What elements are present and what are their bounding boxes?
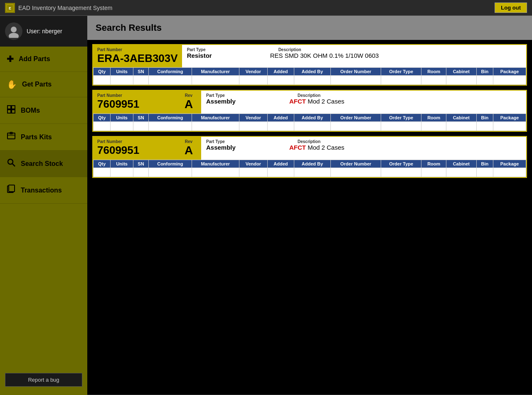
col-order-number: Order Number xyxy=(331,68,381,76)
col-sn: SN xyxy=(133,68,148,76)
col-cabinet: Cabinet xyxy=(446,114,477,122)
part-number-label-3: Part Number xyxy=(97,139,172,144)
avatar xyxy=(5,22,22,40)
result-card-2: Part Number 7609951 Rev A Part Type Asse… xyxy=(92,90,527,132)
col-order-number: Order Number xyxy=(331,160,381,168)
col-added-by: Added By xyxy=(294,160,330,168)
part-number-value-3: 7609951 xyxy=(97,144,172,157)
svg-rect-6 xyxy=(7,110,11,113)
sidebar-item-parts-kits-label: Parts Kits xyxy=(21,133,52,141)
col-added-by: Added By xyxy=(294,68,330,76)
title-bar: E EAD Inventory Management System Log ou… xyxy=(0,0,532,16)
col-added: Added xyxy=(268,68,294,76)
app-icon: E xyxy=(5,3,15,13)
rev-block-2: Rev A xyxy=(176,91,201,114)
sidebar: User: nberger ✚ Add Parts ✋ Get Parts BO… xyxy=(0,16,87,395)
col-bin: Bin xyxy=(476,114,493,122)
svg-rect-5 xyxy=(12,106,15,109)
col-qty: Qty xyxy=(94,68,111,76)
col-order-type: Order Type xyxy=(381,114,421,122)
sidebar-item-boms[interactable]: BOMs xyxy=(0,97,87,124)
search-icon xyxy=(7,158,16,169)
col-vendor: Vendor xyxy=(239,114,267,122)
col-vendor: Vendor xyxy=(239,160,267,168)
desc-section-1: Description RES SMD 30K OHM 0.1% 1/10W 0… xyxy=(270,47,521,59)
table-row xyxy=(94,168,526,177)
sidebar-item-get-parts[interactable]: ✋ Get Parts xyxy=(0,72,87,97)
app-title: EAD Inventory Management System xyxy=(18,5,112,11)
card-header-3: Part Number 7609951 Rev A Part Type Asse… xyxy=(93,137,526,160)
sidebar-item-transactions[interactable]: Transactions xyxy=(0,177,87,204)
result-card-1: Part Number ERA-3AEB303V Part Type Resis… xyxy=(92,44,527,86)
transactions-icon xyxy=(7,185,16,196)
svg-point-2 xyxy=(11,27,17,32)
part-number-block-2: Part Number 7609951 xyxy=(93,91,176,114)
col-room: Room xyxy=(421,114,446,122)
header-row-3: Part Type Assembly Description AFCT Mod … xyxy=(206,139,521,151)
col-bin: Bin xyxy=(476,160,493,168)
report-bug-button[interactable]: Report a bug xyxy=(5,373,82,387)
table-header-row-2: Qty Units SN Conforming Manufacturer Ven… xyxy=(94,114,526,122)
card-header-1: Part Number ERA-3AEB303V Part Type Resis… xyxy=(93,45,526,67)
col-sn: SN xyxy=(133,160,148,168)
col-manufacturer: Manufacturer xyxy=(192,114,239,122)
col-conforming: Conforming xyxy=(149,68,192,76)
col-units: Units xyxy=(111,160,133,168)
col-added: Added xyxy=(268,114,294,122)
search-results-header: Search Results xyxy=(87,16,532,40)
col-vendor: Vendor xyxy=(239,68,267,76)
col-manufacturer: Manufacturer xyxy=(192,68,239,76)
sidebar-item-parts-kits[interactable]: Parts Kits xyxy=(0,124,87,151)
svg-rect-7 xyxy=(12,110,15,113)
svg-rect-4 xyxy=(7,106,11,109)
part-number-value-2: 7609951 xyxy=(97,98,172,111)
col-room: Room xyxy=(421,160,446,168)
col-conforming: Conforming xyxy=(149,114,192,122)
header-row-1: Part Type Resistor Description RES SMD 3… xyxy=(187,47,521,59)
part-type-section-2: Part Type Assembly xyxy=(206,93,281,105)
table-header-row-1: Qty Units SN Conforming Manufacturer Ven… xyxy=(94,68,526,76)
part-number-block-3: Part Number 7609951 xyxy=(93,137,176,160)
table-row xyxy=(94,76,526,85)
result-table-3: Qty Units SN Conforming Manufacturer Ven… xyxy=(93,160,526,177)
logout-button[interactable]: Log out xyxy=(495,2,527,13)
result-table-1: Qty Units SN Conforming Manufacturer Ven… xyxy=(93,67,526,85)
col-conforming: Conforming xyxy=(149,160,192,168)
parts-kits-icon xyxy=(7,131,16,143)
username: User: nberger xyxy=(27,28,62,35)
part-number-value-1: ERA-3AEB303V xyxy=(97,52,178,65)
result-card-3: Part Number 7609951 Rev A Part Type Asse… xyxy=(92,136,527,178)
col-units: Units xyxy=(111,114,133,122)
svg-line-12 xyxy=(12,164,15,166)
sidebar-item-search-stock-label: Search Stock xyxy=(21,160,63,168)
part-number-label-2: Part Number xyxy=(97,93,172,98)
svg-point-11 xyxy=(8,159,13,164)
part-number-label-1: Part Number xyxy=(97,47,178,52)
col-added: Added xyxy=(268,160,294,168)
sidebar-item-add-parts[interactable]: ✚ Add Parts xyxy=(0,47,87,72)
layout: User: nberger ✚ Add Parts ✋ Get Parts BO… xyxy=(0,16,532,395)
col-package: Package xyxy=(493,160,526,168)
col-room: Room xyxy=(421,68,446,76)
header-row-2: Part Type Assembly Description AFCT Mod … xyxy=(206,93,521,105)
main-content: Search Results Part Number ERA-3AEB303V … xyxy=(87,16,532,395)
col-order-type: Order Type xyxy=(381,68,421,76)
card-header-2: Part Number 7609951 Rev A Part Type Asse… xyxy=(93,91,526,114)
col-bin: Bin xyxy=(476,68,493,76)
part-type-section-1: Part Type Resistor xyxy=(187,47,262,59)
col-cabinet: Cabinet xyxy=(446,68,477,76)
col-units: Units xyxy=(111,68,133,76)
col-order-type: Order Type xyxy=(381,160,421,168)
col-order-number: Order Number xyxy=(331,114,381,122)
sidebar-item-search-stock[interactable]: Search Stock xyxy=(0,151,87,177)
plus-icon: ✚ xyxy=(7,54,14,64)
svg-text:E: E xyxy=(9,6,11,10)
svg-point-3 xyxy=(9,33,19,38)
part-type-section-3: Part Type Assembly xyxy=(206,139,281,151)
result-table-2: Qty Units SN Conforming Manufacturer Ven… xyxy=(93,114,526,131)
col-package: Package xyxy=(493,68,526,76)
title-bar-left: E EAD Inventory Management System xyxy=(5,3,112,13)
col-sn: SN xyxy=(133,114,148,122)
desc-section-2: Description AFCT Mod 2 Cases xyxy=(289,93,521,105)
col-qty: Qty xyxy=(94,114,111,122)
